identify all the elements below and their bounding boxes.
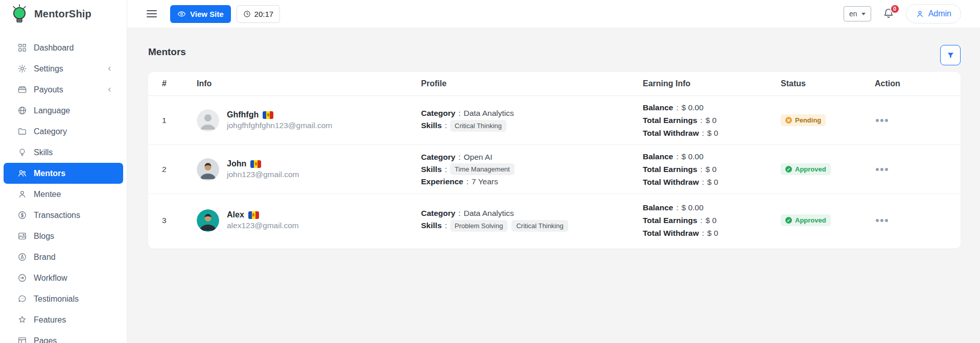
avatar	[197, 209, 219, 232]
status-cell: ✕Pending	[781, 114, 875, 126]
row-number: 3	[162, 216, 197, 225]
action-cell	[875, 116, 947, 125]
sidebar-item-label: Transactions	[34, 211, 80, 220]
earnings-value: $ 0	[706, 116, 717, 125]
sidebar-item-transactions[interactable]: Transactions	[4, 205, 123, 226]
skill-badge: Problem Solving	[450, 220, 508, 232]
row-actions-button[interactable]	[875, 116, 889, 125]
sidebar-item-category[interactable]: Category	[4, 121, 123, 142]
topbar: View Site 20:17 en 0 Admin	[127, 0, 980, 28]
caret-down-icon	[861, 13, 866, 15]
sidebar-item-skills[interactable]: Skills	[4, 142, 123, 163]
table-row: 1 Ghfhfgh johgfhfghfghn123@gmail.com	[148, 96, 961, 145]
profile-cell: Category:Open AI Skills:Time Management …	[421, 151, 643, 188]
chevron-left-icon	[106, 86, 113, 93]
hamburger-menu-icon[interactable]	[147, 10, 157, 17]
status-cell: ✓Approved	[781, 214, 875, 226]
image-icon	[17, 231, 27, 241]
skill-badge: Time Management	[450, 163, 515, 175]
status-badge-approved: ✓Approved	[781, 214, 831, 226]
admin-label: Admin	[928, 9, 951, 18]
earning-cell: Balance:$ 0.00 Total Earnings:$ 0 Total …	[643, 201, 781, 239]
skill-badge: Critical Thinking	[450, 120, 506, 132]
content: Mentors # Info Profile Earning Info Stat…	[127, 28, 980, 343]
compass-icon	[17, 252, 27, 262]
sidebar-item-mentee[interactable]: Mentee	[4, 184, 123, 205]
profile-cell: Category:Data Analytics Skills:Critical …	[421, 107, 643, 134]
sidebar-item-label: Pages	[34, 336, 57, 343]
sidebar: MentorShip Dashboard Settings Payouts La…	[0, 0, 127, 343]
sidebar-item-label: Category	[34, 127, 67, 136]
category-value: Open AI	[464, 153, 493, 162]
sidebar-item-settings[interactable]: Settings	[4, 58, 123, 79]
experience-value: 7 Years	[472, 177, 498, 186]
view-site-label: View Site	[190, 10, 224, 18]
withdraw-value: $ 0	[707, 129, 718, 137]
sidebar-item-brand[interactable]: Brand	[4, 247, 123, 267]
earning-cell: Balance:$ 0.00 Total Earnings:$ 0 Total …	[643, 150, 781, 188]
sidebar-item-features[interactable]: Features	[4, 309, 123, 330]
brand-logo[interactable]: MentorShip	[0, 0, 127, 28]
globe-icon	[17, 106, 27, 115]
header-num: #	[162, 79, 197, 88]
main-area: View Site 20:17 en 0 Admin	[127, 0, 980, 343]
dashboard-icon	[17, 43, 27, 53]
sidebar-item-testimonials[interactable]: Testimonials	[4, 288, 123, 309]
header-profile: Profile	[421, 79, 643, 88]
sidebar-item-label: Blogs	[34, 232, 54, 241]
sidebar-item-pages[interactable]: Pages	[4, 330, 123, 343]
eye-icon	[177, 10, 186, 18]
sidebar-item-workflow[interactable]: Workflow	[4, 267, 123, 288]
header-action: Action	[875, 79, 947, 88]
notifications-button[interactable]: 0	[882, 7, 895, 21]
folder-icon	[17, 127, 27, 136]
sidebar-item-label: Mentee	[34, 190, 61, 199]
chat-bubble-icon	[17, 294, 27, 304]
view-site-button[interactable]: View Site	[170, 5, 231, 23]
admin-button[interactable]: Admin	[906, 4, 961, 23]
mentor-email: john123@gmail.com	[227, 170, 299, 179]
clock-chip[interactable]: 20:17	[237, 5, 281, 23]
page-title: Mentors	[148, 46, 961, 58]
table-row: 2 John john123@gmail.com	[148, 145, 961, 194]
bulb-icon	[17, 148, 27, 157]
status-badge-approved: ✓Approved	[781, 163, 831, 175]
sidebar-item-label: Skills	[34, 148, 53, 157]
earning-cell: Balance:$ 0.00 Total Earnings:$ 0 Total …	[643, 101, 781, 139]
x-circle-icon: ✕	[785, 117, 792, 124]
topbar-right: en 0 Admin	[844, 4, 961, 23]
star-icon	[17, 315, 27, 325]
language-select[interactable]: en	[844, 6, 871, 21]
avatar	[197, 158, 219, 181]
filter-button[interactable]	[940, 45, 961, 65]
sidebar-item-payouts[interactable]: Payouts	[4, 79, 123, 100]
balance-value: $ 0.00	[682, 103, 704, 112]
table-row: 3 Alex alex123@gmail.com	[148, 194, 961, 249]
status-cell: ✓Approved	[781, 163, 875, 175]
avatar	[197, 109, 219, 132]
mentors-table-card: # Info Profile Earning Info Status Actio…	[148, 72, 961, 249]
profile-cell: Category:Data Analytics Skills:Problem S…	[421, 207, 643, 234]
action-cell	[875, 165, 947, 174]
sidebar-item-dashboard[interactable]: Dashboard	[4, 37, 123, 58]
gear-icon	[17, 64, 27, 74]
mentor-email: alex123@gmail.com	[227, 221, 299, 230]
sidebar-item-blogs[interactable]: Blogs	[4, 226, 123, 247]
sidebar-item-label: Dashboard	[34, 43, 74, 53]
mentor-info-cell: Alex alex123@gmail.com	[197, 209, 421, 232]
country-flag-icon	[250, 160, 261, 168]
sidebar-item-language[interactable]: Language	[4, 100, 123, 121]
category-value: Data Analytics	[464, 109, 514, 118]
mentor-name: Alex	[227, 210, 244, 219]
language-value: en	[849, 10, 857, 18]
row-actions-button[interactable]	[875, 165, 889, 174]
sidebar-item-mentors[interactable]: Mentors	[4, 163, 123, 184]
row-actions-button[interactable]	[875, 216, 889, 225]
category-value: Data Analytics	[464, 209, 514, 218]
country-flag-icon	[263, 111, 273, 119]
country-flag-icon	[248, 211, 259, 219]
withdraw-value: $ 0	[707, 229, 718, 237]
app-root: MentorShip Dashboard Settings Payouts La…	[0, 0, 980, 343]
brand-name: MentorShip	[34, 8, 91, 20]
person-icon	[916, 10, 924, 18]
